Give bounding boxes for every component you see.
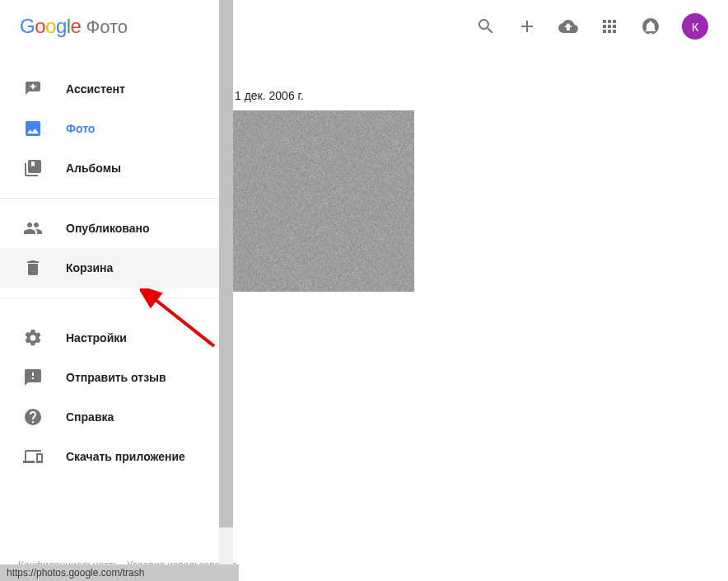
notifications-icon[interactable]	[641, 16, 660, 36]
sidebar-item-label: Скачать приложение	[66, 450, 185, 463]
feedback-icon	[23, 368, 43, 387]
help-icon	[23, 407, 43, 427]
sidebar-item-albums[interactable]: Альбомы	[0, 148, 219, 188]
sidebar-item-label: Справка	[66, 410, 114, 424]
status-url: https://photos.google.com/trash	[7, 567, 144, 579]
sidebar: Google Фото Ассистент Фото Альбомы	[0, 0, 219, 581]
sidebar-item-download-app[interactable]: Скачать приложение	[0, 437, 219, 476]
photos-icon	[23, 119, 43, 138]
scrollbar[interactable]	[219, 0, 233, 581]
sidebar-item-label: Настройки	[66, 331, 127, 344]
sidebar-item-label: Корзина	[66, 261, 113, 274]
sidebar-item-shared[interactable]: Опубликовано	[0, 209, 219, 248]
people-icon	[23, 218, 43, 238]
logo-word: Google	[20, 15, 81, 38]
sidebar-item-label: Фото	[66, 122, 95, 135]
sidebar-item-label: Альбомы	[66, 162, 121, 175]
divider	[0, 298, 219, 298]
sidebar-item-label: Отправить отзыв	[66, 371, 166, 384]
nav-group-main: Ассистент Фото Альбомы	[0, 54, 219, 188]
create-icon[interactable]	[517, 16, 537, 36]
nav-group-tertiary: Настройки Отправить отзыв Справка Скачат…	[0, 308, 219, 476]
date-header: 1 дек. 2006 г.	[235, 89, 728, 102]
logo[interactable]: Google Фото	[0, 0, 219, 54]
sidebar-item-photos[interactable]: Фото	[0, 109, 219, 148]
main: К 1 дек. 2006 г.	[233, 0, 728, 581]
sidebar-item-help[interactable]: Справка	[0, 397, 219, 437]
gear-icon	[23, 328, 43, 348]
trash-icon	[23, 258, 43, 278]
status-bar: https://photos.google.com/trash	[0, 565, 239, 581]
sidebar-item-assistant[interactable]: Ассистент	[0, 69, 219, 109]
avatar[interactable]: К	[682, 13, 708, 40]
devices-icon	[23, 447, 43, 466]
sidebar-item-label: Опубликовано	[66, 222, 150, 235]
apps-icon[interactable]	[600, 16, 619, 36]
sidebar-item-trash[interactable]: Корзина	[0, 248, 219, 288]
assistant-icon	[23, 79, 43, 99]
upload-icon[interactable]	[558, 16, 578, 36]
nav-group-secondary: Опубликовано Корзина	[0, 209, 219, 288]
topbar: К	[233, 0, 728, 53]
logo-suffix: Фото	[86, 16, 128, 38]
sidebar-item-label: Ассистент	[66, 82, 125, 96]
svg-rect-1	[233, 110, 414, 292]
albums-icon	[23, 158, 43, 178]
photo-thumbnail[interactable]	[233, 110, 414, 292]
sidebar-item-settings[interactable]: Настройки	[0, 318, 219, 358]
search-icon[interactable]	[476, 16, 496, 36]
sidebar-item-feedback[interactable]: Отправить отзыв	[0, 358, 219, 397]
divider	[0, 198, 219, 199]
